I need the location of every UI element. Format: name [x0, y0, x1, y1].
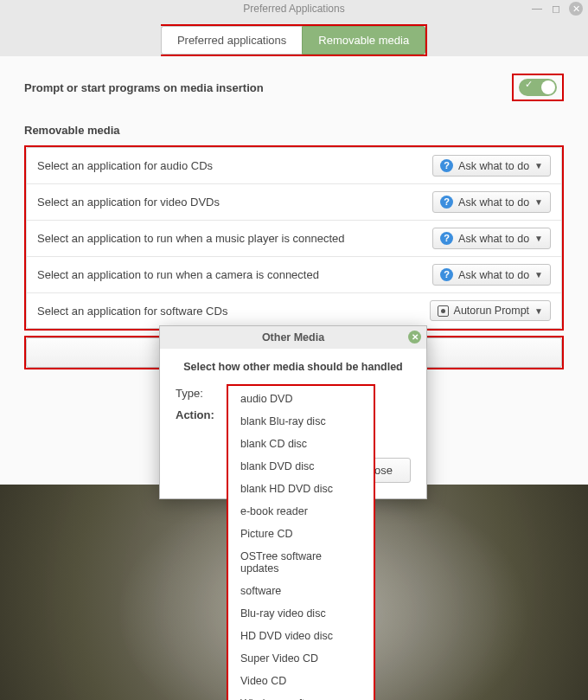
prompt-label: Prompt or start programs on media insert…: [24, 81, 264, 94]
close-icon[interactable]: ✕: [569, 2, 583, 16]
action-dropdown-software-cd[interactable]: Autorun Prompt ▼: [430, 300, 551, 321]
list-item[interactable]: blank CD disc: [228, 433, 374, 455]
prompt-toggle[interactable]: ✓: [519, 79, 557, 96]
question-icon: ?: [440, 268, 453, 281]
type-dropdown-list[interactable]: audio DVD blank Blu-ray disc blank CD di…: [227, 384, 375, 700]
dialog-close-icon[interactable]: ✕: [408, 331, 421, 344]
dropdown-value: Ask what to do: [458, 233, 529, 245]
dialog-titlebar: Other Media ✕: [160, 326, 426, 349]
dropdown-value: Ask what to do: [458, 269, 529, 281]
media-table: Select an application for audio CDs ? As…: [26, 147, 562, 329]
table-row: Select an application for software CDs A…: [27, 293, 561, 328]
dropdown-value: Ask what to do: [458, 196, 529, 209]
list-item[interactable]: OSTree software updates: [228, 545, 374, 580]
tab-bar: Preferred applications Removable media: [0, 17, 588, 56]
list-item[interactable]: software: [228, 580, 374, 602]
chevron-down-icon: ▼: [534, 270, 543, 279]
row-label: Select an application for software CDs: [37, 305, 227, 318]
action-dropdown-camera[interactable]: ? Ask what to do ▼: [432, 264, 551, 286]
chevron-down-icon: ▼: [534, 306, 543, 316]
table-row: Select an application to run when a musi…: [27, 221, 561, 257]
tab-preferred-applications[interactable]: Preferred applications: [161, 26, 302, 55]
section-title: Removable media: [24, 124, 564, 137]
action-dropdown-music-player[interactable]: ? Ask what to do ▼: [432, 228, 551, 249]
question-icon: ?: [440, 196, 453, 209]
list-item[interactable]: e-book reader: [228, 500, 374, 523]
window-controls: ― ◻ ✕: [531, 2, 583, 16]
row-label: Select an application to run when a came…: [37, 268, 319, 281]
question-icon: ?: [440, 159, 453, 172]
type-label: Type:: [176, 387, 219, 400]
window-title: Preferred Applications: [243, 3, 344, 15]
window-titlebar: Preferred Applications ― ◻ ✕: [0, 0, 588, 17]
list-item[interactable]: Video CD: [228, 670, 374, 692]
list-item[interactable]: Windows software: [228, 692, 374, 700]
row-label: Select an application to run when a musi…: [37, 232, 345, 245]
list-item[interactable]: HD DVD video disc: [228, 625, 374, 647]
check-icon: ✓: [525, 79, 533, 90]
row-label: Select an application for audio CDs: [37, 159, 213, 172]
chevron-down-icon: ▼: [534, 197, 543, 207]
dialog-subtitle: Select how other media should be handled: [176, 361, 411, 373]
table-row: Select an application for audio CDs ? As…: [27, 148, 561, 184]
dialog-title: Other Media: [262, 331, 324, 344]
action-dropdown-audio-cd[interactable]: ? Ask what to do ▼: [432, 155, 551, 177]
dropdown-value: Ask what to do: [458, 160, 529, 172]
list-item[interactable]: blank Blu-ray disc: [228, 410, 374, 433]
dropdown-value: Autorun Prompt: [454, 305, 530, 317]
toggle-knob: [541, 80, 555, 94]
chevron-down-icon: ▼: [534, 234, 543, 243]
question-icon: ?: [440, 232, 453, 245]
maximize-icon[interactable]: ◻: [550, 3, 562, 15]
list-item[interactable]: Blu-ray video disc: [228, 602, 374, 625]
chevron-down-icon: ▼: [534, 161, 543, 170]
row-label: Select an application for video DVDs: [37, 196, 220, 209]
autorun-icon: [438, 305, 449, 317]
table-row: Select an application for video DVDs ? A…: [27, 184, 561, 221]
action-dropdown-video-dvd[interactable]: ? Ask what to do ▼: [432, 191, 551, 213]
list-item[interactable]: blank HD DVD disc: [228, 478, 374, 500]
list-item[interactable]: blank DVD disc: [228, 455, 374, 478]
tab-removable-media[interactable]: Removable media: [302, 26, 425, 55]
list-item[interactable]: Super Video CD: [228, 647, 374, 670]
table-row: Select an application to run when a came…: [27, 257, 561, 293]
action-label: Action:: [176, 408, 219, 421]
list-item[interactable]: audio DVD: [228, 388, 374, 410]
minimize-icon[interactable]: ―: [531, 3, 543, 15]
list-item[interactable]: Picture CD: [228, 523, 374, 545]
